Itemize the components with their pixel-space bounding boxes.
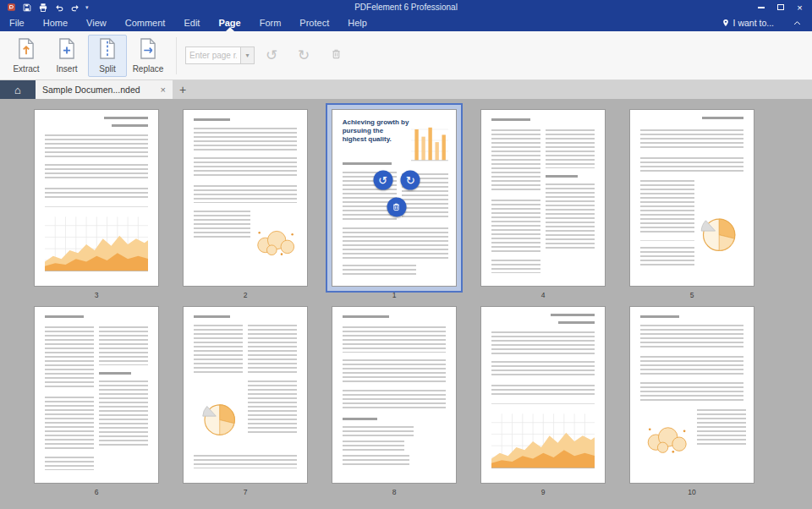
page-thumbnail[interactable] [480,109,606,287]
text-block [45,134,149,157]
replace-button[interactable]: Replace [129,35,167,77]
menu-tab-protect[interactable]: Protect [290,14,338,31]
heading-line [702,117,744,119]
text-block [343,426,414,436]
page-number: 6 [34,488,159,496]
text-block [45,326,94,390]
page-number: 7 [183,488,308,496]
heading-line [551,314,595,316]
plus-icon: + [179,83,186,96]
text-block [45,164,149,180]
page-number: 4 [480,291,606,299]
text-block [697,409,746,448]
split-button[interactable]: Split [88,35,127,77]
menu-tab-page[interactable]: Page [209,14,250,31]
bars-chart [411,118,448,164]
close-button[interactable]: × [791,1,809,14]
page-cell: 2 [183,109,308,299]
menu-tab-help[interactable]: Help [338,14,376,31]
heading-line [194,118,231,121]
page-thumbnail[interactable]: Achieving growth by pursuing the highest… [332,109,457,287]
i-want-to-button[interactable]: I want to... [713,14,782,31]
replace-icon [137,37,159,63]
text-block [640,382,744,402]
app-icon [5,2,17,13]
page-preview [183,109,308,287]
text-block [194,157,298,178]
window-controls: × [752,1,809,14]
page-thumbnail[interactable] [629,109,754,287]
insert-icon [56,37,78,63]
thumbnail-rotate-left-button[interactable]: ↺ [373,171,392,190]
text-block [248,380,297,433]
divider-line [491,403,595,404]
window-title: PDFelement 6 Professional [0,3,812,12]
thumbnail-delete-button[interactable] [387,197,406,216]
minimize-button[interactable] [752,1,770,14]
close-tab-icon[interactable]: × [161,85,166,95]
page-range-dropdown[interactable]: ▾ [241,47,255,64]
document-tab-bar: ⌂ Sample Documen...nded × + [0,80,812,99]
extract-button[interactable]: Extract [7,35,46,77]
text-block [45,397,94,449]
undo-icon[interactable] [53,2,65,13]
heading-line [491,118,531,121]
menu-tab-edit[interactable]: Edit [174,14,209,31]
heading-line [99,372,131,375]
page-number: 2 [183,291,308,299]
menu-tab-file[interactable]: File [0,14,34,31]
maximize-button[interactable] [771,1,789,14]
page-thumbnail[interactable] [183,109,308,287]
print-icon[interactable] [37,2,49,13]
page-thumbnail[interactable] [629,306,754,484]
area-chart [45,214,149,272]
insert-button[interactable]: Insert [47,35,86,77]
page-thumbnail[interactable] [480,306,606,484]
pie-chart [694,201,743,265]
save-icon[interactable] [21,2,33,13]
page-thumbnail[interactable] [332,306,457,484]
text-block [640,129,744,151]
menu-tab-form[interactable]: Form [250,14,291,31]
page-range-group: ▾ [185,47,255,64]
menu-tab-home[interactable]: Home [34,14,77,31]
thumbnail-rotate-right-button[interactable]: ↻ [401,171,420,190]
page-thumbnail[interactable] [34,306,159,484]
rotate-left-button[interactable]: ↺ [261,45,283,67]
document-tab[interactable]: Sample Documen...nded × [36,80,173,99]
heading-line [640,315,680,318]
text-block [491,331,595,354]
text-block [640,157,744,173]
text-block [546,129,595,168]
heading-line [343,315,389,318]
heading-line [45,315,85,318]
ribbon-divider [176,37,177,74]
menu-tab-comment[interactable]: Comment [116,14,175,31]
text-block [640,356,744,375]
customize-toolbar-caret-icon[interactable]: ▾ [85,4,89,11]
text-block [640,180,694,233]
page-cell: 6 [34,306,159,496]
new-tab-button[interactable]: + [173,80,193,99]
text-block [343,227,449,259]
home-tab[interactable]: ⌂ [0,80,36,99]
page-cell: 3 [34,109,159,299]
rotate-right-button[interactable]: ↻ [293,45,315,67]
thumbnail-grid: 3 2Achieving growth by pursuing the high… [0,99,812,509]
document-tab-label: Sample Documen...nded [42,85,156,95]
page-thumbnail[interactable] [183,306,308,484]
rotate-left-icon: ↺ [266,47,277,64]
page-thumbnail[interactable] [34,109,159,287]
split-label: Split [99,64,115,74]
menu-tab-view[interactable]: View [77,14,116,31]
collapse-ribbon-button[interactable] [782,14,812,31]
divider-line [640,240,694,241]
split-icon [96,37,118,63]
page-range-input[interactable] [185,47,241,64]
area-chart [491,411,595,469]
redo-icon[interactable] [69,2,81,13]
text-block [194,325,243,374]
page-preview [34,109,159,287]
delete-page-button[interactable] [325,45,347,67]
text-block [194,455,298,469]
